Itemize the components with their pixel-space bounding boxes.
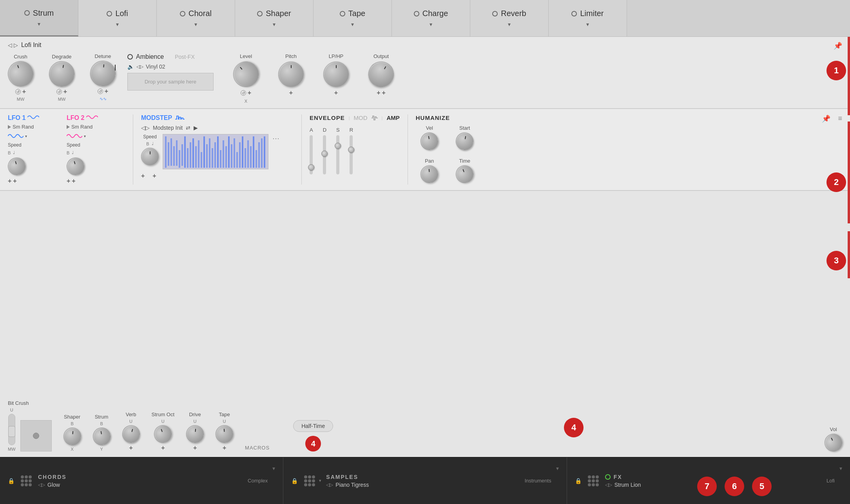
crush-mod-left[interactable]: ↺ [15,89,21,94]
lphp-knob[interactable] [323,62,349,87]
level-plus[interactable]: + [248,89,251,96]
adsr-r-thumb[interactable] [348,147,354,153]
lfo1-speed-knob[interactable] [6,156,27,177]
humanize-pan-knob[interactable] [420,165,439,184]
fx-chevron[interactable]: ▾ [839,465,842,471]
modstep-speed-knob[interactable] [141,148,159,165]
output-plus-l[interactable]: + [377,89,380,96]
modstep-plus-r[interactable]: + [152,172,156,179]
adsr-r-slider[interactable] [350,135,353,174]
tab-charge[interactable]: Charge ▾ [392,0,470,36]
badge-5[interactable]: 5 [752,477,772,496]
badge-4[interactable]: 4 [305,436,321,451]
samples-arrows[interactable]: ◁▷ [326,482,333,488]
lfo1-wave-display[interactable]: ▾ [8,132,31,140]
modstep-visualization[interactable] [163,134,268,169]
tape-knob[interactable] [215,424,234,444]
detune-plus[interactable]: + [105,88,108,95]
bitcrush-xy-pad[interactable] [20,420,52,451]
samples-lock-icon[interactable]: 🔒 [291,478,298,484]
verb-knob[interactable] [120,423,141,445]
tab-shaper[interactable]: Shaper ▾ [235,0,314,36]
bitcrush-slider[interactable] [8,414,15,445]
tape-plus[interactable]: + [223,444,226,451]
lfo1-wave-chevron[interactable]: ▾ [25,134,27,138]
badge-7[interactable]: 7 [697,477,717,496]
sample-drop-zone[interactable]: Drop your sample here [127,73,214,91]
preset-prev-arrow[interactable]: ◁ ▷ [8,42,18,48]
lfo1-plus-r[interactable]: + [13,178,16,185]
drive-plus[interactable]: + [193,444,197,451]
humanize-time-knob[interactable] [453,163,476,186]
lphp-plus[interactable]: + [334,89,338,96]
tab-strum[interactable]: Strum ▾ [0,0,78,36]
section2-pin-icon[interactable]: 📌 [822,114,830,123]
samples-chevron[interactable]: ▾ [556,465,559,471]
bitcrush-xy-handle[interactable] [33,433,39,439]
adsr-a-slider[interactable] [310,135,313,174]
level-knob[interactable] [228,56,264,92]
lfo2-speed-knob[interactable] [65,156,86,177]
pitch-knob[interactable] [278,62,304,87]
detune-knob[interactable] [89,60,116,87]
output-plus-r[interactable]: + [382,89,386,96]
lfo2-wave-display[interactable]: ▾ [67,132,90,140]
output-knob[interactable] [364,57,399,92]
fx-power-icon[interactable] [605,474,611,480]
samples-collapse-icon[interactable]: ▾ [319,478,321,483]
chords-arrows[interactable]: ◁▷ [38,482,45,488]
crush-plus[interactable]: + [22,88,26,95]
modstep-plus-l[interactable]: + [141,172,145,179]
adsr-d-thumb[interactable] [321,150,328,157]
lfo1-play-icon[interactable] [8,125,11,129]
fx-lock-icon[interactable]: 🔒 [575,478,582,484]
crush-knob[interactable] [4,58,37,90]
chords-lock-icon[interactable]: 🔒 [8,478,14,484]
modstep-arrows[interactable]: ◁▷ [141,125,150,131]
strumOct-knob[interactable] [152,423,174,446]
modstep-swap-icon[interactable]: ⇄ [186,125,190,131]
strumOct-plus[interactable]: + [161,444,165,451]
tab-limiter[interactable]: Limiter ▾ [549,0,627,36]
badge-3[interactable]: 3 [826,251,846,270]
badge-6[interactable]: 6 [725,477,744,496]
badge-4-pos[interactable]: 4 [564,418,584,437]
strum-knob[interactable] [91,426,112,446]
vinyl-arrows[interactable]: ◁▷ [136,64,143,69]
fx-arrows[interactable]: ◁▷ [605,482,612,488]
detune-mod-left[interactable]: ↺ [98,89,103,94]
degrade-knob[interactable] [47,59,76,89]
section2-menu-icon[interactable]: ≡ [838,114,842,123]
tab-lofi[interactable]: Lofi ▾ [78,0,157,36]
adsr-s-thumb[interactable] [335,143,341,149]
tab-tape[interactable]: Tape ▾ [314,0,392,36]
bitcrush-thumb[interactable] [8,426,15,437]
adsr-s-slider[interactable] [336,135,339,174]
chords-chevron[interactable]: ▾ [272,465,275,471]
humanize-start-knob[interactable] [455,131,475,151]
pitch-plus[interactable]: + [289,89,293,96]
badge-1[interactable]: 1 [826,61,846,80]
pin-icon[interactable]: 📌 [834,42,842,50]
degrade-plus[interactable]: + [63,88,67,95]
lfo2-plus-l[interactable]: + [67,178,70,185]
tab-reverb[interactable]: Reverb ▾ [470,0,549,36]
vol-knob[interactable] [822,431,845,455]
lfo2-wave-chevron[interactable]: ▾ [84,134,86,138]
adsr-d-slider[interactable] [323,135,326,174]
lfo1-plus-l[interactable]: + [8,178,11,185]
modstep-dots-icon[interactable]: ⋯ [272,134,279,143]
halftime-button[interactable]: Half-Time [293,420,333,432]
badge-2[interactable]: 2 [826,172,846,192]
shaper-knob[interactable] [63,427,82,446]
humanize-vel-knob[interactable] [419,131,440,151]
verb-plus[interactable]: + [129,444,132,451]
drive-knob[interactable] [185,424,205,444]
modstep-play-icon[interactable]: ▶ [194,125,198,131]
adsr-a-thumb[interactable] [308,164,314,170]
tab-choral[interactable]: Choral ▾ [157,0,235,36]
degrade-mod-left[interactable]: ↺ [56,89,62,94]
lfo2-play-icon[interactable] [67,125,70,129]
level-mod[interactable]: ↺ [241,90,246,96]
lfo2-plus-r[interactable]: + [72,178,75,185]
